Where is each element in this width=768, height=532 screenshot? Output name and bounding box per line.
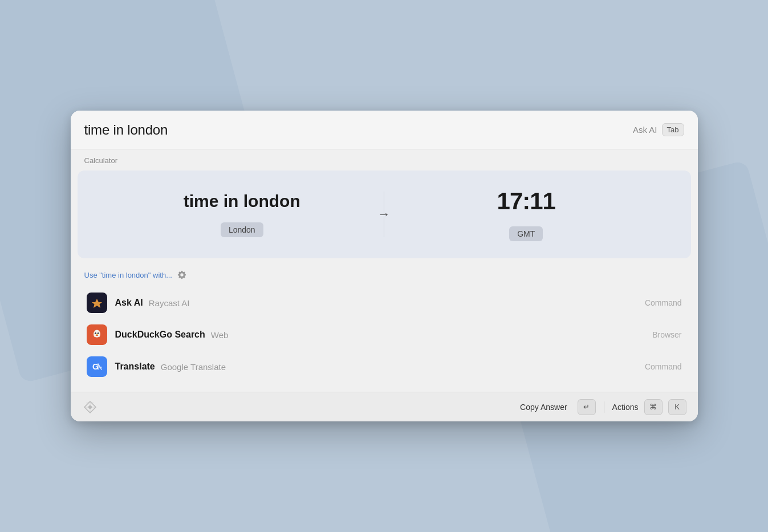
duckduckgo-subtitle: Web [211,330,229,340]
calc-right: 17:11 GMT [384,188,668,241]
search-right: Ask AI Tab [633,123,684,136]
cmd-key-badge[interactable]: ⌘ [644,399,663,415]
with-text: Use "time in london" with... [84,271,172,279]
calculator-card: time in london London → 17:11 GMT [78,170,691,258]
translate-icon: G [87,356,107,377]
calc-location-tag[interactable]: London [221,222,263,237]
calc-left: time in london London [100,192,385,237]
calc-timezone-tag[interactable]: GMT [509,226,543,241]
svg-point-6 [95,333,96,334]
duckduckgo-name: DuckDuckGo Search [115,330,205,340]
section-label-calculator: Calculator [71,149,698,168]
ask-ai-shortcut: Command [645,298,682,307]
translate-shortcut: Command [645,362,682,371]
svg-point-3 [94,330,100,338]
search-bar: Ask AI Tab [71,111,698,149]
duckduckgo-icon [87,324,107,345]
copy-answer-button[interactable]: Copy Answer [515,400,571,414]
translate-name: Translate [115,362,155,372]
list-item-duckduckgo[interactable]: DuckDuckGo Search Web Browser [78,319,691,351]
translate-content: Translate Google Translate [115,362,637,372]
footer-right: Copy Answer ↵ Actions ⌘ K [515,399,686,415]
svg-point-5 [97,332,99,334]
ask-ai-label: Ask AI [633,125,657,135]
svg-point-7 [98,333,99,334]
calc-query: time in london [184,192,300,211]
k-key-badge[interactable]: K [668,399,686,415]
ask-ai-subtitle: Raycast AI [149,298,190,308]
actions-label: Actions [612,403,639,412]
footer: Copy Answer ↵ Actions ⌘ K [71,392,698,421]
ask-ai-content: Ask AI Raycast AI [115,298,637,308]
svg-point-4 [95,332,96,334]
svg-point-11 [88,405,92,409]
translate-subtitle: Google Translate [161,362,226,372]
spotlight-window: Ask AI Tab Calculator time in london Lon… [71,111,698,421]
calc-arrow-icon: → [378,207,391,222]
gear-icon[interactable] [177,270,187,280]
tab-badge[interactable]: Tab [662,123,684,136]
list-items: Ask AI Raycast AI Command [71,285,698,392]
ask-ai-icon [87,293,107,313]
footer-divider [604,401,604,413]
duckduckgo-content: DuckDuckGo Search Web [115,330,645,340]
enter-key-badge[interactable]: ↵ [578,399,596,415]
list-item-translate[interactable]: G Translate Google Translate Command [78,351,691,383]
raycast-logo [82,399,98,415]
duckduckgo-shortcut: Browser [652,330,681,339]
list-item-ask-ai[interactable]: Ask AI Raycast AI Command [78,287,691,319]
with-section: Use "time in london" with... [71,263,698,285]
search-input[interactable] [84,122,633,138]
calc-result: 17:11 [497,188,555,215]
ask-ai-name: Ask AI [115,298,143,308]
